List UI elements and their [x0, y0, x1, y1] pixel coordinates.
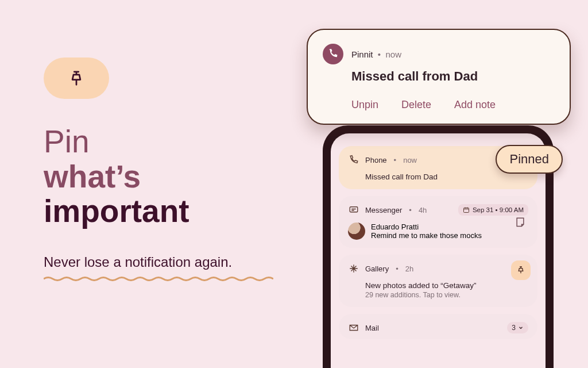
card-title: Missed call from Dad [351, 69, 555, 84]
squiggle-underline [44, 276, 273, 282]
notification-messenger[interactable]: Messenger 4h Sep 31 • 9:00 AM Eduardo Pr… [339, 196, 537, 248]
note-icon-button[interactable] [511, 213, 529, 231]
notif-app: Messenger [365, 206, 402, 214]
separator-dot [394, 264, 400, 273]
hero-tagline: Never lose a notification again. [44, 254, 273, 270]
count-pill[interactable]: 3 [507, 322, 528, 334]
pin-icon [516, 266, 525, 275]
delete-button[interactable]: Delete [401, 99, 431, 111]
separator-dot [393, 156, 398, 164]
message-preview: Remind me to make those mocks [371, 231, 482, 240]
expanded-notification-card: Pinnit • now Missed call from Dad Unpin … [307, 29, 571, 125]
chat-icon [348, 204, 359, 216]
pin-badge [44, 57, 109, 99]
calendar-icon [463, 206, 470, 213]
pin-icon [68, 70, 85, 87]
notif-time: 2h [405, 264, 413, 273]
notif-time: now [403, 156, 417, 164]
svg-rect-1 [463, 208, 469, 213]
notif-body-text: Missed call from Dad [365, 172, 528, 181]
hero-headline: Pin what’s important [44, 124, 291, 229]
svg-rect-0 [350, 207, 358, 212]
avatar [348, 223, 365, 240]
headline-line-3: important [44, 194, 291, 229]
notif-time: 4h [419, 206, 427, 214]
unpin-button[interactable]: Unpin [351, 99, 378, 111]
chevron-down-icon [518, 325, 524, 331]
separator-dot [408, 206, 413, 214]
gallery-icon [348, 263, 359, 274]
notification-gallery[interactable]: Gallery 2h New photos added to “Getaway”… [339, 255, 537, 307]
note-icon [514, 216, 526, 228]
headline-line-1: Pin [44, 124, 90, 159]
pinned-pill: Pinned [496, 145, 563, 174]
notif-app: Mail [365, 324, 379, 332]
notif-app: Gallery [365, 264, 389, 273]
headline-line-2: what’s [44, 159, 291, 194]
notif-app: Phone [365, 156, 387, 164]
mail-icon [348, 322, 359, 334]
notif-subtitle: 29 new additions. Tap to view. [365, 291, 528, 299]
phone-icon [328, 49, 338, 59]
add-note-button[interactable]: Add note [454, 99, 496, 111]
notif-title: New photos added to “Getaway” [365, 281, 528, 290]
sender-name: Eduardo Pratti [371, 223, 482, 231]
notification-mail[interactable]: Mail 3 [339, 314, 537, 339]
pin-chip-button[interactable] [511, 260, 531, 280]
app-icon-circle [323, 44, 343, 64]
phone-icon [348, 154, 359, 166]
card-app-name: Pinnit [351, 49, 373, 59]
card-meta: Pinnit • now [351, 49, 401, 59]
card-time: now [385, 49, 401, 59]
